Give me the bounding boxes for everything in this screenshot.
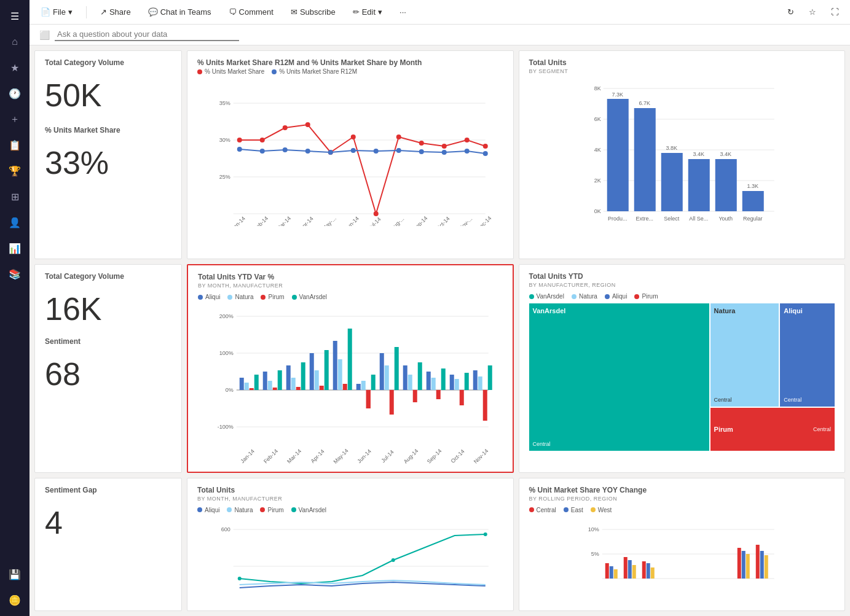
units-market-share-value: 33% (45, 147, 171, 179)
pct-unit-title: % Unit Market Share YOY Change (529, 486, 835, 494)
total-units-month-subtitle: BY MONTH, MANUFACTURER (197, 496, 503, 502)
total-units-ytd-title: Total Units YTD (529, 272, 835, 281)
svg-rect-100 (361, 381, 366, 390)
subscribe-icon: ✉ (291, 7, 297, 17)
legend-dot-natura (227, 295, 232, 300)
svg-rect-152 (642, 561, 645, 579)
svg-text:200%: 200% (219, 313, 234, 319)
sidebar-icon-learn[interactable]: 📚 (4, 263, 26, 285)
card-total-units-ytd: Total Units YTD BY MANUFACTURER, REGION … (519, 264, 846, 472)
svg-point-30 (483, 151, 488, 156)
expand-button[interactable]: ⛶ (827, 5, 843, 19)
sidebar-icon-storage[interactable]: 💾 (4, 563, 26, 585)
legend-dot-east (564, 507, 569, 512)
svg-rect-105 (385, 365, 389, 390)
refresh-icon: ↻ (787, 7, 794, 17)
svg-text:Dec-14: Dec-14 (476, 215, 493, 226)
treemap-vanarsdel-label: VanArsdel (533, 307, 706, 314)
refresh-button[interactable]: ↻ (784, 5, 798, 19)
svg-rect-120 (473, 370, 478, 390)
treemap-aliqui-region: Central (784, 397, 831, 403)
svg-text:Jun-14: Jun-14 (344, 216, 360, 226)
share-button[interactable]: ↗ Share (96, 5, 135, 19)
svg-text:Select: Select (664, 216, 680, 222)
total-category-volume-2-label: Total Category Volume (45, 272, 171, 281)
more-button[interactable]: ··· (396, 5, 410, 19)
sidebar-icon-people[interactable]: 👤 (4, 211, 26, 233)
card-line-chart: % Units Market Share R12M and % Units Ma… (187, 50, 514, 259)
sentiment-gap-value: 4 (45, 507, 171, 539)
legend-dot-vanarsdel-3 (291, 507, 296, 512)
total-units-month-legend: Aliqui Natura Pirum VanArsdel (197, 507, 503, 513)
main-content: 📄 File ▾ ↗ Share 💬 Chat in Teams 🗨 Comme… (30, 0, 850, 616)
svg-text:Jan-14: Jan-14 (239, 448, 256, 464)
treemap-right: Natura Central Aliqui Central Pirum Cent… (710, 303, 835, 451)
svg-point-140 (484, 532, 487, 536)
svg-text:0K: 0K (594, 208, 600, 214)
svg-rect-122 (483, 390, 487, 421)
edit-icon: ✏ (353, 7, 360, 17)
svg-text:35%: 35% (219, 100, 230, 106)
legend-west: West (591, 507, 612, 513)
chat-in-teams-button[interactable]: 💬 Chat in Teams (144, 5, 215, 19)
svg-text:Produ...: Produ... (607, 216, 627, 222)
sidebar-icon-apps[interactable]: 📋 (4, 134, 26, 156)
svg-text:Mar-14: Mar-14 (275, 215, 292, 226)
svg-point-18 (483, 144, 488, 149)
svg-rect-81 (250, 388, 254, 390)
svg-rect-154 (650, 567, 654, 579)
sidebar-icon-account[interactable]: 🪙 (4, 589, 26, 611)
svg-point-139 (392, 558, 395, 562)
qna-input[interactable] (55, 28, 239, 41)
svg-text:Aug-14: Aug-14 (403, 448, 420, 464)
sidebar-icon-create[interactable]: ＋ (4, 108, 26, 130)
edit-button[interactable]: ✏ Edit ▾ (349, 5, 386, 19)
svg-rect-99 (356, 384, 361, 390)
svg-text:600: 600 (221, 526, 230, 532)
sidebar-icon-recent[interactable]: 🕐 (4, 82, 26, 104)
svg-point-12 (351, 135, 356, 139)
svg-rect-92 (315, 370, 319, 390)
svg-rect-91 (310, 353, 314, 390)
svg-text:6.7K: 6.7K (639, 100, 650, 106)
sidebar-icon-reports[interactable]: 📊 (4, 237, 26, 259)
svg-text:3.4K: 3.4K (720, 151, 731, 157)
svg-rect-160 (764, 555, 768, 579)
sentiment-label: Sentiment (45, 337, 171, 346)
svg-rect-104 (380, 353, 384, 390)
segment-bar-chart: 8K 6K 4K 2K 0K 7.3K 6.7K 3. (529, 79, 835, 251)
svg-rect-83 (263, 372, 267, 390)
svg-rect-86 (278, 370, 282, 390)
sidebar-icon-favorites[interactable]: ★ (4, 57, 26, 79)
svg-text:30%: 30% (219, 137, 230, 143)
svg-text:May-14: May-14 (332, 448, 349, 464)
treemap-pirum-label: Pirum (714, 426, 733, 433)
svg-text:7.3K: 7.3K (612, 92, 623, 98)
svg-text:3.8K: 3.8K (666, 145, 677, 151)
sidebar-icon-menu[interactable]: ☰ (4, 5, 26, 27)
file-button[interactable]: 📄 File ▾ (37, 5, 76, 19)
svg-text:1.3K: 1.3K (747, 183, 758, 189)
legend-vanarsdel-2: VanArsdel (529, 293, 564, 300)
legend-dot-aliqui-2 (605, 294, 610, 299)
legend-dot-natura-3 (227, 507, 232, 512)
star-button[interactable]: ☆ (805, 5, 820, 19)
svg-text:Oct-14: Oct-14 (435, 216, 451, 226)
svg-rect-108 (403, 365, 407, 390)
treemap-natura-region: Central (714, 397, 776, 403)
sidebar-icon-home[interactable]: ⌂ (4, 31, 26, 53)
svg-rect-113 (431, 378, 436, 390)
svg-point-20 (260, 149, 265, 154)
svg-point-9 (283, 125, 288, 130)
sidebar-icon-metrics[interactable]: 🏆 (4, 160, 26, 182)
svg-rect-123 (488, 365, 492, 390)
svg-rect-59 (688, 159, 709, 211)
comment-button[interactable]: 🗨 Comment (225, 5, 277, 19)
sidebar-icon-workspaces[interactable]: ⊞ (4, 185, 26, 208)
subscribe-button[interactable]: ✉ Subscribe (287, 5, 339, 19)
svg-rect-111 (418, 362, 422, 390)
ytd-var-legend: Aliqui Natura Pirum VanArsdel (198, 294, 503, 300)
svg-point-24 (351, 148, 356, 153)
share-icon: ↗ (100, 7, 107, 17)
svg-text:Nov-14: Nov-14 (473, 448, 490, 464)
